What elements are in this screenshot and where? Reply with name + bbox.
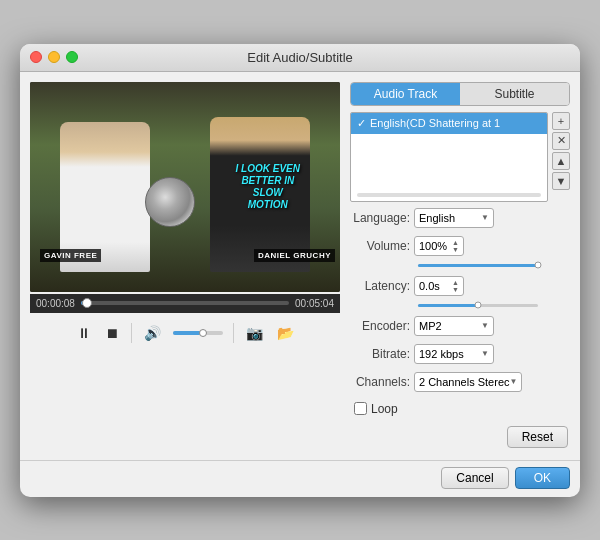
encoder-row: Encoder: MP2 ▼ [350,316,570,336]
name-left: GAVIN FREE [40,249,101,262]
titlebar: Edit Audio/Subtitle [20,44,580,72]
volume-label: Volume: [350,239,410,253]
progress-bar-area: 00:00:08 00:05:04 [30,294,340,313]
bottom-bar: Cancel OK [20,460,580,497]
tab-subtitle[interactable]: Subtitle [460,83,569,105]
channels-value: 2 Channels Sterec [419,376,510,388]
action-buttons: Cancel OK [441,467,570,489]
latency-input[interactable]: 0.0s ▲▼ [414,276,464,296]
move-down-button[interactable]: ▼ [552,172,570,190]
snapshot-button[interactable]: 📷 [244,323,265,343]
volume-value: 100% [419,240,447,252]
volume-slider-row[interactable] [350,264,570,267]
volume-input[interactable]: 100% ▲▼ [414,236,464,256]
dialog-container: Edit Audio/Subtitle I LOOK EVEN BETTER I… [20,44,580,497]
track-list-row: ✓ English(CD Shattering at 1 + ✕ ▲ ▼ [350,112,570,202]
progress-track[interactable] [81,301,289,305]
name-right: DANIEL GRUCHY [254,249,335,262]
open-folder-button[interactable]: 📂 [275,323,296,343]
main-content: I LOOK EVEN BETTER IN SLOW MOTION GAVIN … [20,72,580,458]
latency-row: Latency: 0.0s ▲▼ [350,276,570,296]
latency-slider-thumb[interactable] [475,302,482,309]
playback-controls: ⏸ ⏹ 🔊 📷 📂 [30,319,340,343]
stop-button[interactable]: ⏹ [103,323,121,343]
language-value: English [419,212,455,224]
track-check-icon: ✓ [357,117,366,130]
video-text-overlay: I LOOK EVEN BETTER IN SLOW MOTION [236,163,300,211]
bitrate-row: Bitrate: 192 kbps ▼ [350,344,570,364]
track-item[interactable]: ✓ English(CD Shattering at 1 [351,113,547,134]
tab-bar: Audio Track Subtitle [350,82,570,106]
loop-checkbox[interactable] [354,402,367,415]
video-preview: I LOOK EVEN BETTER IN SLOW MOTION GAVIN … [30,82,340,292]
language-row: Language: English ▼ [350,208,570,228]
latency-slider-track[interactable] [418,304,538,307]
divider2 [233,323,234,343]
volume-slider-fill [418,264,538,267]
time-current: 00:00:08 [36,298,75,309]
left-panel: I LOOK EVEN BETTER IN SLOW MOTION GAVIN … [30,82,340,448]
channels-label: Channels: [350,375,410,389]
track-scrollbar[interactable] [357,193,541,197]
side-buttons: + ✕ ▲ ▼ [552,112,570,202]
channels-dropdown-arrow: ▼ [510,377,518,386]
track-list-empty [351,134,547,194]
bitrate-dropdown-arrow: ▼ [481,349,489,358]
encoder-dropdown-arrow: ▼ [481,321,489,330]
maximize-button[interactable] [66,51,78,63]
bitrate-label: Bitrate: [350,347,410,361]
volume-spinner-arrows[interactable]: ▲▼ [452,239,459,253]
volume-bar[interactable] [173,331,223,335]
close-button[interactable] [30,51,42,63]
tab-audio-track[interactable]: Audio Track [351,83,460,105]
language-dropdown-arrow: ▼ [481,213,489,222]
reset-button[interactable]: Reset [507,426,568,448]
time-end: 00:05:04 [295,298,334,309]
add-track-button[interactable]: + [552,112,570,130]
latency-slider-fill [418,304,478,307]
encoder-dropdown[interactable]: MP2 ▼ [414,316,494,336]
volume-icon[interactable]: 🔊 [142,323,163,343]
latency-slider-row[interactable] [350,304,570,307]
latency-spinner-arrows[interactable]: ▲▼ [452,279,459,293]
divider [131,323,132,343]
remove-track-button[interactable]: ✕ [552,132,570,150]
volume-slider-track[interactable] [418,264,538,267]
channels-row: Channels: 2 Channels Sterec ▼ [350,372,570,392]
channels-dropdown[interactable]: 2 Channels Sterec ▼ [414,372,522,392]
cd-prop [145,177,195,227]
bitrate-dropdown[interactable]: 192 kbps ▼ [414,344,494,364]
window-controls [30,51,78,63]
encoder-label: Encoder: [350,319,410,333]
loop-label: Loop [371,402,398,416]
language-label: Language: [350,211,410,225]
progress-thumb[interactable] [82,298,92,308]
cancel-button[interactable]: Cancel [441,467,508,489]
pause-button[interactable]: ⏸ [75,323,93,343]
bitrate-value: 192 kbps [419,348,464,360]
volume-thumb[interactable] [199,329,207,337]
ok-button[interactable]: OK [515,467,570,489]
volume-slider-thumb[interactable] [535,262,542,269]
track-list: ✓ English(CD Shattering at 1 [350,112,548,202]
latency-label: Latency: [350,279,410,293]
track-name: English(CD Shattering at 1 [370,117,541,129]
loop-row: Loop [350,402,570,416]
language-dropdown[interactable]: English ▼ [414,208,494,228]
dialog-title: Edit Audio/Subtitle [247,50,353,65]
minimize-button[interactable] [48,51,60,63]
latency-value: 0.0s [419,280,440,292]
right-panel: Audio Track Subtitle ✓ English(CD Shatte… [350,82,570,448]
encoder-value: MP2 [419,320,442,332]
move-up-button[interactable]: ▲ [552,152,570,170]
volume-row: Volume: 100% ▲▼ [350,236,570,256]
